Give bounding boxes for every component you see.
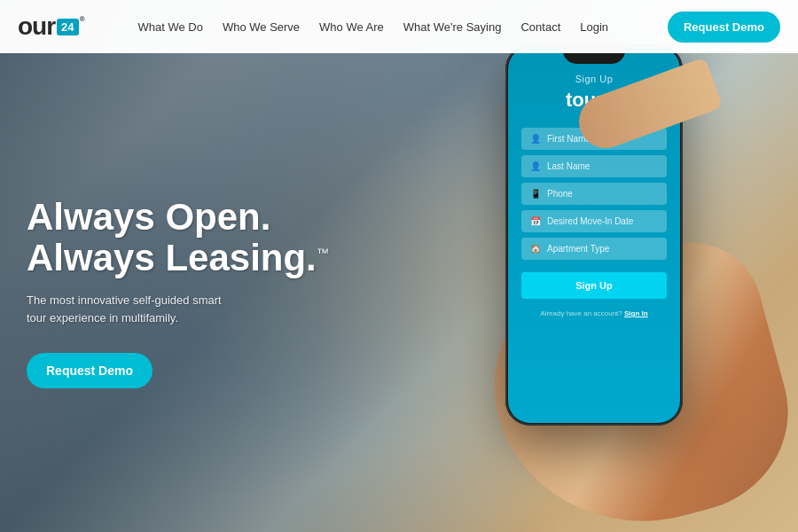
nav-item-who-we-serve[interactable]: Who We Serve	[223, 19, 300, 35]
calendar-icon: 📅	[530, 216, 541, 226]
hero-subtext: The most innovative self-guided smart to…	[27, 292, 239, 326]
phone-field-apartment-label: Apartment Type	[547, 244, 609, 254]
logo-box: 24	[57, 19, 78, 35]
hero-section: our 24 What We Do Who We Serve Who We Ar…	[0, 0, 798, 532]
logo[interactable]: our 24	[18, 12, 79, 41]
nav-links: What We Do Who We Serve Who We Are What …	[137, 19, 608, 35]
phone-signin-text: Already have an account? Sign In	[521, 309, 667, 317]
hero-content: Always Open. Always Leasing.™ The most i…	[0, 53, 359, 532]
phone-field-movein: 📅 Desired Move-In Date	[521, 210, 667, 232]
nav-link-who-we-are[interactable]: Who We Are	[319, 20, 384, 34]
hero-request-demo-button[interactable]: Request Demo	[27, 353, 153, 388]
nav-item-whats-saying[interactable]: What We're Saying	[403, 19, 502, 35]
phone-field-phone-label: Phone	[547, 189, 573, 199]
nav-link-who-we-serve[interactable]: Who We Serve	[223, 20, 300, 34]
phone-field-lastname-label: Last Name	[547, 161, 590, 171]
trademark: ™	[317, 246, 329, 260]
nav-item-login[interactable]: Login	[580, 19, 608, 35]
phone-field-phone: 📱 Phone	[521, 183, 667, 205]
navigation: our 24 What We Do Who We Serve Who We Ar…	[0, 0, 798, 53]
nav-item-contact[interactable]: Contact	[520, 19, 560, 35]
nav-link-whats-saying[interactable]: What We're Saying	[403, 20, 502, 34]
person-icon-2: 👤	[530, 161, 541, 171]
headline-line2: Always Leasing.	[27, 237, 317, 278]
headline-line1: Always Open.	[27, 196, 270, 238]
hero-headline: Always Open. Always Leasing.™	[27, 197, 332, 278]
phone-field-movein-label: Desired Move-In Date	[547, 216, 633, 226]
phone-field-apartment: 🏠 Apartment Type	[521, 238, 667, 260]
phone-form: 👤 First Name 👤 Last Name 📱 Phone 📅	[521, 128, 667, 317]
nav-item-who-we-are[interactable]: Who We Are	[319, 19, 384, 35]
phone-field-lastname: 👤 Last Name	[521, 155, 667, 177]
nav-request-demo-button[interactable]: Request Demo	[668, 12, 780, 43]
nav-item-what-we-do[interactable]: What We Do	[137, 19, 202, 35]
nav-link-what-we-do[interactable]: What We Do	[137, 20, 202, 34]
person-icon: 👤	[530, 134, 541, 144]
phone-mockup-container: Sign Up tour 24 👤 First Name 👤 Last Name	[479, 44, 727, 505]
phone-signup-button[interactable]: Sign Up	[521, 272, 667, 299]
nav-link-login[interactable]: Login	[580, 20, 608, 34]
nav-link-contact[interactable]: Contact	[520, 20, 560, 34]
home-icon: 🏠	[530, 244, 541, 254]
phone-signin-link[interactable]: Sign In	[624, 309, 648, 317]
phone-signup-title: Sign Up	[575, 74, 614, 84]
phone-icon: 📱	[530, 189, 541, 199]
phone-signin-prompt: Already have an account?	[540, 309, 622, 317]
logo-text: our	[18, 12, 55, 41]
